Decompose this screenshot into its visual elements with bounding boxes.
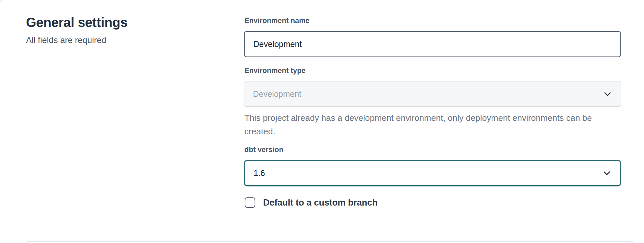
- section-divider: [27, 241, 633, 242]
- dbt-version-label: dbt version: [244, 145, 284, 155]
- environment-name-input[interactable]: [244, 31, 621, 57]
- environment-type-label: Environment type: [244, 66, 306, 76]
- custom-branch-row: Default to a custom branch: [245, 197, 378, 208]
- page-title: General settings: [26, 14, 210, 31]
- dbt-version-value: 1.6: [254, 168, 265, 178]
- environment-type-value: Development: [253, 89, 301, 99]
- environment-type-select: Development: [244, 81, 621, 107]
- dbt-version-select[interactable]: 1.6: [244, 160, 621, 186]
- section-header: General settings All fields are required: [26, 14, 210, 46]
- environment-name-label: Environment name: [244, 16, 310, 26]
- chevron-down-icon: [603, 89, 612, 99]
- page-background: General settings All fields are required…: [0, 0, 644, 243]
- settings-card: General settings All fields are required…: [0, 0, 644, 243]
- environment-type-help-text: This project already has a development e…: [244, 111, 619, 138]
- custom-branch-checkbox[interactable]: [245, 197, 255, 208]
- page-subtitle: All fields are required: [26, 34, 210, 46]
- settings-form: Environment name Environment type Develo…: [244, 0, 621, 243]
- chevron-down-icon: [602, 168, 611, 178]
- custom-branch-label[interactable]: Default to a custom branch: [263, 198, 378, 208]
